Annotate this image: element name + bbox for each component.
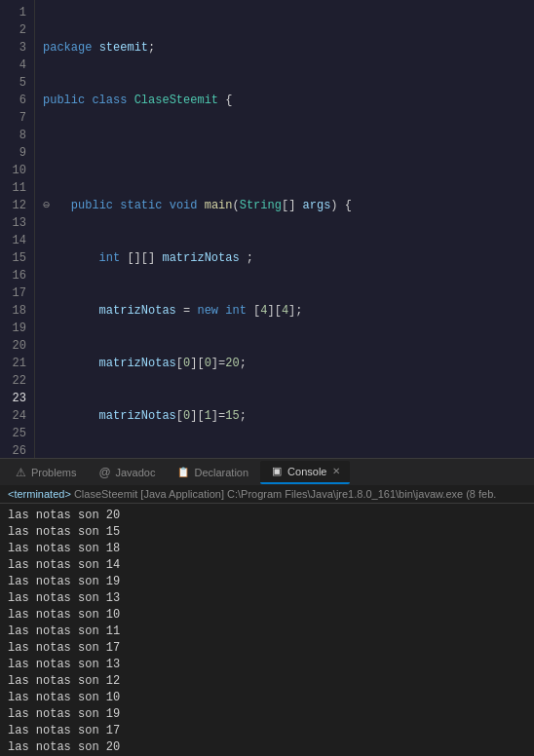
console-line: las notas son 13 — [8, 657, 526, 673]
tab-problems-label: Problems — [31, 467, 76, 478]
tab-problems[interactable]: ⚠ Problems — [4, 461, 86, 484]
console-line: las notas son 15 — [8, 524, 526, 541]
console-line: las notas son 20 — [8, 508, 526, 524]
tab-javadoc[interactable]: @ Javadoc — [88, 461, 165, 484]
console-icon: ▣ — [270, 465, 284, 478]
console-line: las notas son 17 — [8, 640, 526, 657]
console-line: las notas son 11 — [8, 624, 526, 640]
console-line: las notas son 13 — [8, 590, 526, 607]
console-header: <terminated> ClaseSteemit [Java Applicat… — [0, 485, 534, 504]
console-line: las notas son 10 — [8, 690, 526, 706]
tab-declaration[interactable]: 📋 Declaration — [167, 461, 258, 484]
line-numbers: 1 2 3 4 5 6 7 8 9 10 11 12 13 14 15 16 1… — [0, 0, 35, 458]
problems-icon: ⚠ — [14, 466, 27, 479]
console-header-rest: ClaseSteemit [Java Application] C:\Progr… — [74, 488, 497, 500]
bottom-tabs-bar: ⚠ Problems @ Javadoc 📋 Declaration ▣ Con… — [0, 458, 534, 485]
code-editor: 1 2 3 4 5 6 7 8 9 10 11 12 13 14 15 16 1… — [0, 0, 534, 458]
declaration-icon: 📋 — [176, 466, 190, 479]
console-line: las notas son 20 — [8, 739, 526, 756]
terminated-label: <terminated> — [8, 488, 71, 500]
javadoc-icon: @ — [97, 466, 111, 479]
console-panel: <terminated> ClaseSteemit [Java Applicat… — [0, 485, 534, 756]
console-output: las notas son 20 las notas son 15 las no… — [0, 504, 534, 756]
code-lines: package steemit; public class ClaseSteem… — [35, 0, 534, 458]
tab-declaration-label: Declaration — [194, 467, 248, 478]
console-line: las notas son 19 — [8, 574, 526, 590]
console-line: las notas son 17 — [8, 723, 526, 739]
console-line: las notas son 12 — [8, 673, 526, 690]
console-line: las notas son 10 — [8, 607, 526, 624]
tab-console-label: Console — [287, 466, 326, 477]
tab-javadoc-label: Javadoc — [115, 467, 155, 478]
console-line: las notas son 14 — [8, 557, 526, 574]
console-line: las notas son 19 — [8, 706, 526, 723]
console-close-icon[interactable]: ✕ — [332, 466, 340, 476]
console-line: las notas son 18 — [8, 541, 526, 557]
tab-console[interactable]: ▣ Console ✕ — [260, 461, 350, 484]
